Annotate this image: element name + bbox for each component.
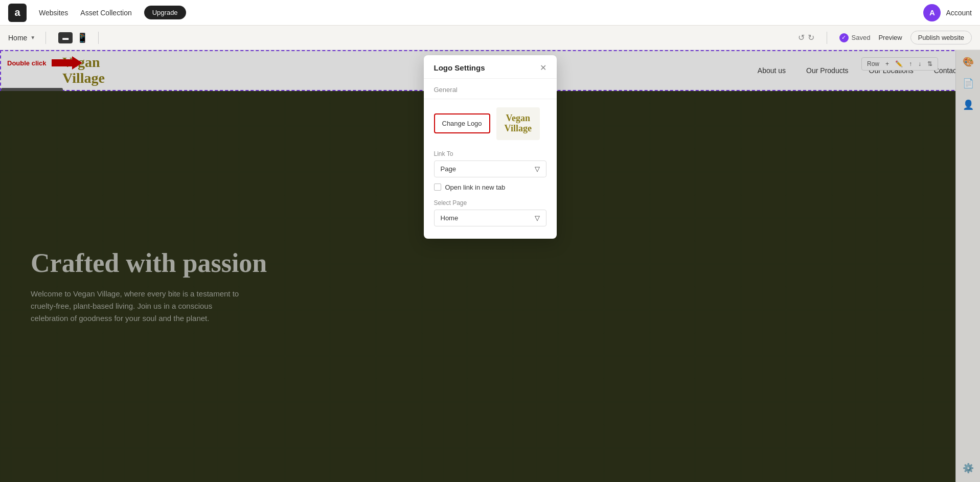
redo-button[interactable]: ↻ — [808, 33, 814, 42]
select-page-label: Select Page — [424, 197, 557, 210]
top-nav-links: Websites Asset Collection — [39, 9, 132, 17]
link-to-value: Page — [441, 165, 456, 173]
desktop-device-icon[interactable]: ▬ — [58, 32, 73, 43]
top-nav: a Websites Asset Collection Upgrade A Ac… — [0, 0, 980, 26]
modal-logo-row: Change Logo Vegan Village — [424, 99, 557, 148]
undo-button[interactable]: ↺ — [798, 33, 805, 42]
saved-check-icon: ✓ — [839, 33, 849, 42]
link-to-chevron-icon: ▽ — [535, 165, 540, 173]
publish-button[interactable]: Publish website — [910, 31, 972, 44]
link-to-select[interactable]: Page ▽ — [434, 160, 546, 177]
modal-header: Logo Settings ✕ — [424, 55, 557, 79]
saved-label: Saved — [852, 34, 871, 41]
device-icons: ▬ 📱 — [58, 32, 88, 43]
select-page-chevron-icon: ▽ — [535, 214, 540, 222]
open-new-tab-checkbox[interactable] — [434, 183, 441, 191]
page-label: Home — [8, 34, 27, 42]
app-logo[interactable]: a — [8, 4, 27, 22]
link-to-label: Link To — [424, 148, 557, 160]
change-logo-button[interactable]: Change Logo — [434, 113, 490, 133]
logo-preview-text: Vegan Village — [505, 113, 532, 134]
select-page-select[interactable]: Home ▽ — [434, 210, 546, 226]
logo-settings-modal: Logo Settings ✕ General Change Logo Vega… — [424, 55, 557, 239]
divider — [45, 32, 46, 44]
nav-asset-collection[interactable]: Asset Collection — [80, 9, 131, 17]
modal-overlay: Logo Settings ✕ General Change Logo Vega… — [0, 50, 980, 482]
modal-general-label: General — [424, 79, 557, 99]
secondary-nav: Home ▼ ▬ 📱 ↺ ↻ ✓ Saved Preview Publish w… — [0, 26, 980, 50]
preview-button[interactable]: Preview — [878, 34, 902, 41]
saved-indicator: ✓ Saved — [839, 33, 871, 42]
logo-preview-box: Vegan Village — [496, 107, 540, 140]
upgrade-button[interactable]: Upgrade — [144, 6, 186, 19]
canvas-area: Double click Vegan Village About us Our … — [0, 50, 980, 482]
divider2 — [98, 32, 99, 44]
page-dropdown[interactable]: Home ▼ — [8, 34, 35, 42]
modal-title: Logo Settings — [434, 63, 485, 72]
top-nav-right: A Account — [923, 4, 972, 21]
modal-close-button[interactable]: ✕ — [540, 64, 546, 72]
open-new-tab-label: Open link in new tab — [445, 183, 506, 191]
nav-websites[interactable]: Websites — [39, 9, 68, 17]
chevron-down-icon: ▼ — [30, 35, 35, 40]
divider3 — [827, 32, 827, 44]
undo-redo-controls: ↺ ↻ — [798, 33, 814, 42]
select-page-value: Home — [441, 214, 459, 222]
open-new-tab-row: Open link in new tab — [424, 177, 557, 197]
mobile-device-icon[interactable]: 📱 — [77, 32, 88, 43]
account-label[interactable]: Account — [946, 9, 972, 17]
secondary-nav-right: ↺ ↻ ✓ Saved Preview Publish website — [798, 31, 972, 44]
account-avatar[interactable]: A — [923, 4, 941, 21]
